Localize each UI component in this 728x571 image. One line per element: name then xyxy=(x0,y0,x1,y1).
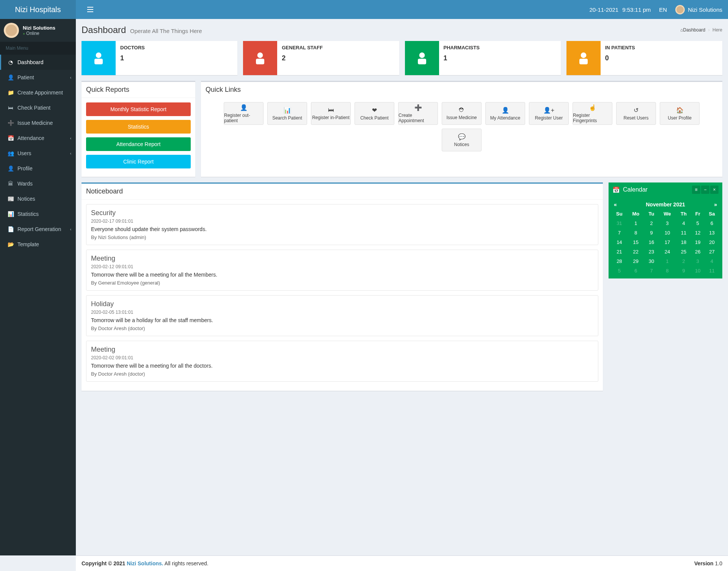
calendar-day[interactable]: 12 xyxy=(691,228,704,238)
notice-message: Tomorrow there will be a meeting for all… xyxy=(91,272,593,278)
calendar-prev-icon[interactable]: « xyxy=(614,201,617,208)
quick-link-register-in-patient[interactable]: 🛏Register in-Patient xyxy=(311,102,351,125)
calendar-day[interactable]: 27 xyxy=(704,247,719,256)
sidebar-item-patient[interactable]: 👤Patient‹ xyxy=(0,70,76,85)
calendar-day[interactable]: 7 xyxy=(612,228,627,238)
calendar-day[interactable]: 6 xyxy=(627,266,645,275)
calendar-day[interactable]: 11 xyxy=(676,228,691,238)
calendar-day[interactable]: 30 xyxy=(645,256,659,266)
quick-link-label: Register Fingerprints xyxy=(573,113,612,123)
quick-link-create-appointment[interactable]: ➕Create Appointment xyxy=(398,102,438,125)
calendar-day[interactable]: 29 xyxy=(627,256,645,266)
calendar-day[interactable]: 18 xyxy=(676,238,691,247)
calendar-close-icon[interactable]: × xyxy=(710,186,719,194)
quick-link-search-patient[interactable]: 📊Search Patient xyxy=(267,102,307,125)
brand-logo[interactable]: Nizi Hospitals xyxy=(0,0,76,19)
calendar-day[interactable]: 6 xyxy=(704,219,719,228)
calendar-day[interactable]: 2 xyxy=(645,219,659,228)
calendar-day[interactable]: 25 xyxy=(676,247,691,256)
header-user-menu[interactable]: Nizi Solutions xyxy=(675,5,722,14)
calendar-collapse-icon[interactable]: − xyxy=(701,186,709,194)
quick-link-label: Notices xyxy=(454,142,469,147)
calendar-day[interactable]: 3 xyxy=(658,219,676,228)
notice-timestamp: 2020-02-17 09:01:01 xyxy=(91,219,593,224)
quick-link-notices[interactable]: 💬Notices xyxy=(442,129,482,151)
report-icon: 📄 xyxy=(7,226,14,232)
sidebar-item-attendance[interactable]: 📅Attendance‹ xyxy=(0,131,76,146)
calendar-day[interactable]: 24 xyxy=(658,247,676,256)
calendar-day[interactable]: 15 xyxy=(627,238,645,247)
calendar-day[interactable]: 3 xyxy=(691,256,704,266)
calendar-day[interactable]: 19 xyxy=(691,238,704,247)
quick-report-button[interactable]: Statistics xyxy=(86,120,191,134)
quick-link-register-user[interactable]: 👤+Register User xyxy=(529,102,569,125)
footer: Copyright © 2021 Nizi Solutions. All rig… xyxy=(76,555,728,571)
calendar-day[interactable]: 5 xyxy=(691,219,704,228)
sidebar-item-notices[interactable]: 📰Notices xyxy=(0,191,76,206)
sidebar-item-profile[interactable]: 👤Profile xyxy=(0,161,76,176)
quick-link-reset-users[interactable]: ↺Reset Users xyxy=(616,102,656,125)
calendar-day[interactable]: 31 xyxy=(612,219,627,228)
sidebar-item-check-patient[interactable]: 🛏Check Patient xyxy=(0,100,76,115)
stat-title: IN PATIENTS xyxy=(605,45,635,50)
calendar-day[interactable]: 11 xyxy=(704,266,719,275)
calendar-day[interactable]: 16 xyxy=(645,238,659,247)
sidebar-item-users[interactable]: 👥Users‹ xyxy=(0,146,76,161)
calendar-day[interactable]: 9 xyxy=(676,266,691,275)
footer-company-link[interactable]: Nizi Solutions. xyxy=(127,560,163,566)
breadcrumb-root[interactable]: Dashboard xyxy=(683,27,706,33)
quick-link-my-attendance[interactable]: 👤My Attendance xyxy=(485,102,525,125)
calendar-day[interactable]: 5 xyxy=(612,266,627,275)
calendar-day[interactable]: 7 xyxy=(645,266,659,275)
calendar-day[interactable]: 1 xyxy=(658,256,676,266)
language-switch[interactable]: EN xyxy=(657,6,668,13)
sidebar-item-label: Wards xyxy=(17,181,33,187)
calendar-dow: Fr xyxy=(691,209,704,219)
calendar-menu-icon[interactable]: ≡ xyxy=(692,186,700,194)
quick-link-user-profile[interactable]: 🏠User Profile xyxy=(660,102,700,125)
sidebar-item-wards[interactable]: 🏛Wards xyxy=(0,176,76,191)
calendar-day[interactable]: 23 xyxy=(645,247,659,256)
calendar-day[interactable]: 21 xyxy=(612,247,627,256)
quick-link-register-out-patient[interactable]: 👤Register out-patient xyxy=(224,102,264,125)
quick-link-register-fingerprints[interactable]: ☝Register Fingerprints xyxy=(573,102,612,125)
quick-links-title: Quick Links xyxy=(201,82,722,98)
sidebar-item-template[interactable]: 📂Template xyxy=(0,237,76,252)
calendar-day[interactable]: 22 xyxy=(627,247,645,256)
calendar-day[interactable]: 13 xyxy=(704,228,719,238)
notice-icon: 📰 xyxy=(7,196,14,202)
notice-author: By Doctor Aresh (doctor) xyxy=(91,371,593,377)
sidebar-item-issue-medicine[interactable]: ➕Issue Medicine xyxy=(0,115,76,131)
calendar-day[interactable]: 26 xyxy=(691,247,704,256)
sidebar-item-create-appoinment[interactable]: 📁Create Appoinment xyxy=(0,85,76,100)
header-datetime: 20-11-2021 9:53:11 pm xyxy=(589,6,651,13)
quick-link-check-patient[interactable]: ❤Check Patient xyxy=(355,102,394,125)
sidebar-item-dashboard[interactable]: ◔Dashboard xyxy=(0,55,76,70)
calendar-day[interactable]: 1 xyxy=(627,219,645,228)
calendar-day[interactable]: 8 xyxy=(658,266,676,275)
calendar-day[interactable]: 10 xyxy=(658,228,676,238)
quick-reports-box: Quick Reports Monthly Statistic ReportSt… xyxy=(82,81,195,177)
calendar-day[interactable]: 9 xyxy=(645,228,659,238)
notice-title: Security xyxy=(91,209,593,217)
calendar-day[interactable]: 28 xyxy=(612,256,627,266)
sidebar-item-statistics[interactable]: 📊Statistics xyxy=(0,206,76,222)
calendar-day[interactable]: 20 xyxy=(704,238,719,247)
sidebar-item-report-generation[interactable]: 📄Report Generation‹ xyxy=(0,222,76,237)
calendar-next-icon[interactable]: » xyxy=(714,201,717,208)
calendar-day[interactable]: 10 xyxy=(691,266,704,275)
notice-timestamp: 2020-02-02 09:01:01 xyxy=(91,355,593,360)
quick-link-issue-medicine[interactable]: ⛑Issue Medicine xyxy=(442,102,482,125)
sidebar-toggle-icon[interactable] xyxy=(82,1,99,18)
calendar-day[interactable]: 14 xyxy=(612,238,627,247)
calendar-day[interactable]: 2 xyxy=(676,256,691,266)
quick-link-label: My Attendance xyxy=(490,115,520,121)
calendar-day[interactable]: 4 xyxy=(704,256,719,266)
quick-report-button[interactable]: Clinic Report xyxy=(86,155,191,168)
quick-report-button[interactable]: Attendance Report xyxy=(86,137,191,151)
quick-report-button[interactable]: Monthly Statistic Report xyxy=(86,102,191,116)
calendar-day[interactable]: 17 xyxy=(658,238,676,247)
breadcrumb-current: Here xyxy=(712,27,722,33)
calendar-day[interactable]: 8 xyxy=(627,228,645,238)
calendar-day[interactable]: 4 xyxy=(676,219,691,228)
